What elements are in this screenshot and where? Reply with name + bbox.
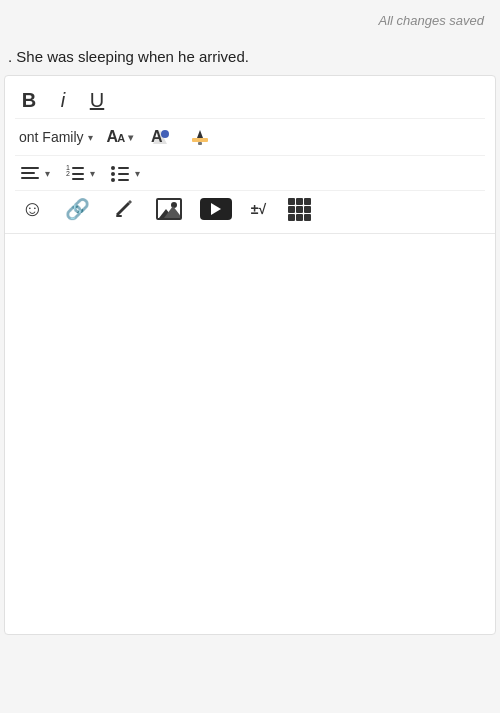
table-icon	[288, 198, 311, 221]
unordered-list-selector[interactable]: ▾	[105, 160, 144, 186]
formula-button[interactable]: ±√	[244, 195, 272, 223]
text-color-button[interactable]: A	[143, 123, 177, 151]
font-family-label: ont Family	[19, 129, 84, 145]
svg-point-14	[111, 172, 115, 176]
toolbar: B i U ont Family ▾ AA ▾ A	[5, 76, 495, 234]
table-button[interactable]	[282, 195, 317, 223]
font-family-arrow-icon: ▾	[88, 132, 93, 143]
align-selector[interactable]: ▾	[15, 160, 54, 186]
font-size-arrow-icon: ▾	[128, 132, 133, 143]
emoji-icon: ☺	[21, 196, 43, 222]
svg-rect-16	[118, 167, 129, 169]
font-size-label: AA	[107, 128, 126, 146]
image-button[interactable]	[150, 195, 188, 223]
ordered-list-selector[interactable]: 1 2 ▾	[60, 160, 99, 186]
bold-button[interactable]: B	[15, 86, 43, 114]
svg-rect-7	[21, 177, 39, 179]
svg-rect-19	[116, 215, 122, 217]
svg-point-13	[111, 166, 115, 170]
youtube-button[interactable]	[198, 195, 234, 223]
edit-icon	[112, 198, 134, 220]
unordered-list-icon	[109, 162, 131, 184]
toolbar-row-3: ▾ 1 2 ▾	[15, 155, 485, 190]
svg-rect-3	[192, 138, 208, 142]
text-color-icon: A	[149, 126, 171, 148]
formula-icon: ±√	[251, 201, 266, 217]
svg-rect-6	[21, 172, 35, 174]
svg-rect-10	[72, 167, 84, 169]
toolbar-row-4: ☺ 🔗	[15, 190, 485, 227]
svg-text:2: 2	[66, 170, 70, 177]
svg-point-15	[111, 178, 115, 182]
italic-button[interactable]: i	[49, 86, 77, 114]
svg-rect-11	[72, 173, 84, 175]
font-size-selector[interactable]: AA ▾	[103, 126, 138, 148]
toolbar-row-2: ont Family ▾ AA ▾ A	[15, 118, 485, 155]
svg-point-2	[161, 130, 169, 138]
ordered-list-arrow-icon: ▾	[90, 168, 95, 179]
autosave-status: All changes saved	[378, 13, 484, 28]
editor-body[interactable]	[5, 234, 495, 634]
link-button[interactable]: 🔗	[59, 195, 96, 223]
edit-button[interactable]	[106, 195, 140, 223]
align-arrow-icon: ▾	[45, 168, 50, 179]
svg-rect-5	[21, 167, 39, 169]
svg-rect-12	[72, 178, 84, 180]
youtube-icon	[200, 198, 232, 220]
editor-container: B i U ont Family ▾ AA ▾ A	[4, 75, 496, 635]
image-icon	[156, 198, 182, 220]
font-family-selector[interactable]: ont Family ▾	[15, 127, 97, 147]
highlight-button[interactable]	[183, 123, 217, 151]
ordered-list-icon: 1 2	[64, 162, 86, 184]
unordered-list-arrow-icon: ▾	[135, 168, 140, 179]
underline-button[interactable]: U	[83, 86, 111, 114]
svg-rect-17	[118, 173, 129, 175]
top-bar: All changes saved	[0, 0, 500, 40]
link-icon: 🔗	[65, 197, 90, 221]
svg-rect-18	[118, 179, 129, 181]
preview-text: . She was sleeping when he arrived.	[8, 48, 249, 65]
align-icon	[19, 162, 41, 184]
emoji-button[interactable]: ☺	[15, 195, 49, 223]
toolbar-row-1: B i U	[15, 82, 485, 118]
svg-rect-4	[198, 142, 202, 145]
highlight-icon	[189, 126, 211, 148]
content-preview: . She was sleeping when he arrived.	[0, 40, 500, 75]
